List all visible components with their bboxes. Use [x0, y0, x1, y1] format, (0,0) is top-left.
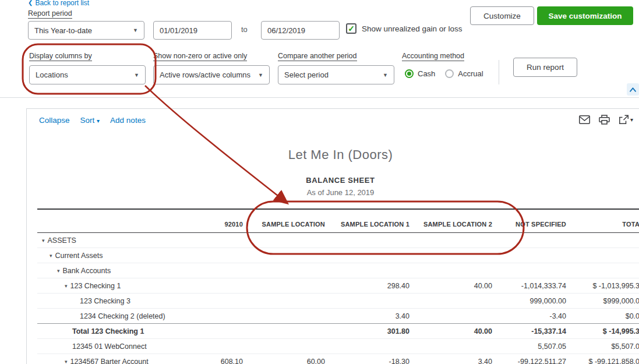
chevron-down-icon: ▼: [133, 27, 138, 33]
nonzero-value: Active rows/active columns: [160, 70, 250, 79]
report-subtitle: As of June 12, 2019: [37, 188, 639, 197]
date-from-input[interactable]: [153, 21, 232, 40]
balance-sheet-table: 92010SAMPLE LOCATIONSAMPLE LOCATION 1SAM…: [37, 208, 639, 364]
table-row: 123 Checking 3999,000.00$999,000.00: [37, 294, 639, 309]
nonzero-select[interactable]: Active rows/active columns ▼: [153, 65, 270, 84]
run-report-button[interactable]: Run report: [513, 58, 577, 77]
cell-value: 40.00: [409, 282, 492, 290]
add-notes-button[interactable]: Add notes: [110, 116, 146, 125]
accounting-method-group: Cash Accrual: [405, 69, 489, 78]
row-label: 1234567 Barter Account: [70, 358, 149, 364]
row-label: 1234 Checking 2 (deleted): [80, 312, 165, 320]
expand-triangle-icon[interactable]: ▾: [65, 359, 68, 364]
column-header: [37, 228, 204, 232]
report-title: BALANCE SHEET: [37, 176, 639, 185]
cell-value: -3.40: [492, 312, 566, 320]
cell-value: 3.40: [325, 312, 409, 320]
export-icon[interactable]: ▾: [619, 115, 633, 125]
chevron-down-icon: ▾: [97, 118, 100, 124]
row-label: 12345 01 WebConnect: [72, 342, 147, 351]
table-row: Total 123 Checking 1301.8040.00-15,337.1…: [37, 324, 639, 339]
nonzero-label: Show non-zero or active only: [153, 52, 247, 61]
expand-triangle-icon[interactable]: ▾: [57, 268, 60, 274]
chevron-up-icon: [629, 86, 637, 93]
sort-button[interactable]: Sort ▾: [80, 116, 100, 125]
email-icon[interactable]: [579, 115, 590, 124]
report-period-label: Report period: [28, 9, 72, 19]
table-row: 1234 Checking 2 (deleted)3.40-3.40$0.00: [37, 309, 639, 324]
cell-value: $999,000.00: [566, 297, 639, 305]
table-header-row: 92010SAMPLE LOCATIONSAMPLE LOCATION 1SAM…: [37, 208, 639, 233]
compare-period-select[interactable]: Select period ▼: [278, 65, 394, 84]
cell-value: 3.40: [409, 358, 492, 364]
cash-radio[interactable]: [405, 69, 414, 78]
cell-value: 301.80: [325, 327, 409, 335]
expand-triangle-icon[interactable]: ▾: [65, 283, 68, 289]
cell-value: $0.00: [566, 312, 639, 320]
back-chevron-icon: ❮: [28, 0, 33, 6]
collapse-filters-button[interactable]: [627, 83, 639, 96]
display-columns-by-label: Display columns by: [29, 52, 92, 61]
table-row: ▾1234567 Barter Account608.1060.00-18.30…: [37, 354, 639, 364]
column-header: TOTAL: [566, 221, 639, 232]
section-divider: [0, 97, 639, 98]
print-icon[interactable]: [599, 115, 610, 125]
report-card: Collapse Sort ▾ Add notes ▾ Let Me In (D…: [26, 108, 639, 364]
date-range-to-label: to: [241, 25, 248, 34]
date-to-input[interactable]: [261, 21, 340, 40]
save-customization-button[interactable]: Save customization: [537, 6, 633, 25]
expand-triangle-icon[interactable]: ▾: [50, 253, 52, 259]
cell-value: -15,337.14: [492, 327, 566, 335]
chevron-down-icon: ▼: [383, 72, 388, 78]
compare-period-value: Select period: [284, 70, 329, 79]
back-link[interactable]: ❮ Back to report list: [28, 0, 89, 7]
cell-value: $ -1,013,995.34: [566, 282, 639, 290]
row-label: ASSETS: [48, 236, 76, 245]
collapse-button[interactable]: Collapse: [39, 116, 70, 125]
cell-value: 40.00: [409, 327, 492, 335]
table-row: ▾ASSETS: [37, 233, 639, 248]
row-label: Bank Accounts: [63, 267, 111, 275]
report-period-select[interactable]: This Year-to-date ▼: [28, 21, 144, 40]
filter-divider: [499, 60, 499, 84]
table-row: ▾123 Checking 1298.4040.00-1,014,333.74$…: [37, 278, 639, 294]
cell-value: 608.10: [204, 358, 243, 364]
cell-value: 298.40: [325, 282, 409, 290]
unrealized-gain-label: Show unrealized gain or loss: [362, 24, 463, 33]
cell-value: -99,122,511.27: [492, 358, 566, 364]
table-body: ▾ASSETS▾Current Assets▾Bank Accounts▾123…: [37, 233, 639, 364]
check-icon: ✓: [348, 24, 355, 33]
row-label: 123 Checking 1: [70, 282, 121, 290]
cash-radio-label[interactable]: Cash: [418, 69, 435, 78]
table-row: ▾Current Assets: [37, 248, 639, 263]
accrual-radio[interactable]: [445, 69, 454, 78]
compare-period-label: Compare another period: [278, 52, 357, 61]
report-toolbar: Collapse Sort ▾ Add notes: [39, 116, 146, 125]
row-label: 123 Checking 3: [80, 297, 130, 305]
report-action-icons: ▾: [579, 115, 633, 125]
table-row: 12345 01 WebConnect5,507.05$5,507.05: [37, 339, 639, 354]
report-period-value: This Year-to-date: [34, 26, 92, 35]
row-label: Total 123 Checking 1: [72, 327, 144, 335]
column-header: SAMPLE LOCATION 1: [325, 221, 409, 232]
cell-value: $ -14,995.34: [566, 327, 639, 335]
column-header: SAMPLE LOCATION 2: [409, 221, 492, 232]
cell-value: -18.30: [325, 358, 409, 364]
table-row: ▾Bank Accounts: [37, 263, 639, 278]
expand-triangle-icon[interactable]: ▾: [42, 238, 45, 243]
company-title: Let Me In (Doors): [37, 147, 639, 162]
customize-button[interactable]: Customize: [470, 6, 534, 25]
cell-value: 60.00: [243, 358, 325, 364]
accrual-radio-label[interactable]: Accrual: [458, 69, 483, 78]
display-columns-value: Locations: [36, 70, 68, 79]
cell-value: 999,000.00: [492, 297, 566, 305]
display-columns-select[interactable]: Locations ▼: [29, 65, 146, 84]
column-header: 92010: [204, 221, 243, 232]
back-link-label: Back to report list: [35, 0, 89, 7]
unrealized-gain-checkbox[interactable]: ✓: [346, 23, 356, 34]
chevron-down-icon: ▼: [258, 72, 263, 78]
column-header: SAMPLE LOCATION: [243, 221, 325, 232]
cell-value: 5,507.05: [492, 342, 566, 351]
chevron-down-icon: ▼: [134, 72, 139, 78]
accounting-method-label: Accounting method: [402, 52, 464, 61]
